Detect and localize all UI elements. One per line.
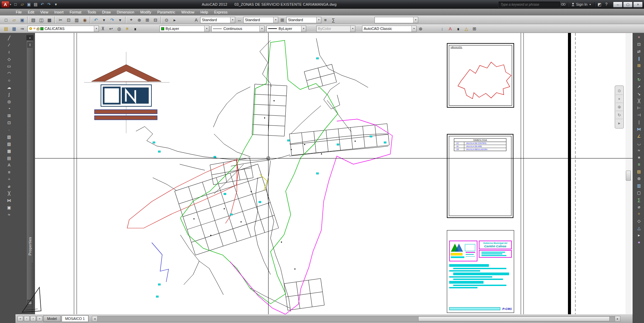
layer-match-icon[interactable]: ⇒ [18,25,26,32]
combo-arrow-icon[interactable]: ▾ [413,17,418,23]
layer-on-bulb-icon[interactable] [29,27,32,30]
menu-dimension[interactable]: Dimension [114,9,137,15]
gradient-icon[interactable]: ▧ [6,140,13,147]
cut-icon[interactable]: ✂ [57,16,65,24]
save-icon[interactable]: ▣ [18,16,26,24]
extend-icon[interactable]: ⊢ [636,104,643,111]
line-icon[interactable]: ╱ [6,34,13,41]
undo-dropdown-icon[interactable]: ▾ [100,16,108,24]
scale-icon[interactable]: ↗ [636,83,643,90]
workspace-combo[interactable]: AutoCAD Classic ▾ [362,26,417,32]
combo-arrow-icon[interactable]: ▾ [204,26,209,32]
chamfer-icon[interactable]: ∠ [636,133,643,140]
multiline-text-icon[interactable]: A [6,162,13,169]
tool-palettes-icon[interactable]: ▥ [636,182,643,189]
linetype-combo[interactable]: Continuous ▾ [211,26,264,32]
zoom-tool-icon[interactable]: ⊕ [616,103,623,111]
properties-toggle-icon[interactable]: ≡ [321,16,329,24]
quickcalc-icon[interactable]: ∑ [636,196,643,203]
add-selected-icon[interactable]: ≡ [6,169,13,176]
qat-dropdown-icon[interactable]: ▾ [52,1,59,8]
menu-format[interactable]: Format [67,9,84,15]
horizontal-scroll-thumb[interactable] [418,316,610,321]
steering-wheel-icon[interactable]: ⊙ [163,16,171,24]
zoom-previous-icon[interactable]: ⊟ [151,16,159,24]
layer-lock-icon[interactable]: ∎ [131,25,139,32]
prev-tab-icon[interactable]: ‹ [24,316,30,321]
render-icon[interactable]: ● [636,239,643,246]
publish-icon[interactable]: ▩ [45,16,53,24]
unnamed-combo[interactable]: ▾ [374,17,418,23]
copy-icon[interactable]: ⊡ [636,41,643,48]
text-style-combo[interactable]: Standard ▾ [200,17,235,23]
minimize-button[interactable]: – [613,2,622,7]
measure2-icon[interactable]: ⌀ [636,203,643,210]
clean-screen-icon[interactable]: ⊞ [470,25,478,32]
qnew-icon[interactable]: □ [2,16,10,24]
fillet-icon[interactable]: ◡ [636,140,643,147]
annotation-sync-icon[interactable]: ↕ [438,25,446,32]
qat-save-icon[interactable]: ▣ [26,1,32,8]
qat-open-icon[interactable]: ▱ [19,1,26,8]
draworder-icon[interactable]: △ [636,224,643,231]
match-properties-icon[interactable]: ◉ [81,16,89,24]
lineweight-combo[interactable]: ByLayer ▾ [266,26,306,32]
markup-icon[interactable]: ▸ [636,231,643,239]
layer-previous-icon[interactable]: ↩ [107,25,115,32]
ellipse-arc-icon[interactable]: ◔ [6,105,13,112]
layer-thaw-sun-icon[interactable]: ✳ [33,27,36,30]
sign-in-button[interactable]: Sign In ▾ [571,2,592,6]
polygon-icon[interactable]: ◇ [6,56,13,63]
redo-dropdown-icon[interactable]: ▾ [116,16,124,24]
layers-palette-icon[interactable]: ▤ [636,168,643,175]
workspace-settings-icon[interactable]: ⊛ [417,25,425,32]
horizontal-scroll-track[interactable] [98,316,615,321]
menu-modify[interactable]: Modify [137,9,154,15]
qat-new-icon[interactable]: □ [12,1,19,8]
menu-express[interactable]: Express [211,9,230,15]
show-motion-icon[interactable]: ▸ [171,16,179,24]
make-block-icon[interactable]: ⊡ [6,119,13,126]
layer-combo[interactable]: ✳ CALICATAS ▾ [28,26,99,32]
array-icon[interactable]: ⊞ [636,62,643,69]
next-tab-icon[interactable]: › [30,316,36,321]
zoom-window-icon[interactable]: ⊞ [143,16,151,24]
erase-icon[interactable]: × [636,34,643,41]
vertical-scroll-thumb[interactable] [626,171,631,181]
circle-icon[interactable]: ○ [6,77,13,84]
scroll-right-button[interactable]: ▸ [615,316,620,321]
showmotion-tool-icon[interactable]: ▸ [616,119,623,127]
break2-icon[interactable]: ∣ [636,118,643,125]
qat-plot-icon[interactable]: ▤ [32,1,39,8]
combo-arrow-icon[interactable]: ▾ [259,26,264,32]
properties-close-button[interactable]: × [29,36,31,40]
table-style-icon[interactable]: ⊞ [278,16,286,24]
tab-model[interactable]: Model [43,315,61,322]
orbit-tool-icon[interactable]: ↻ [616,111,623,119]
measure-icon[interactable]: ⌀ [6,183,13,190]
menu-tools[interactable]: Tools [84,9,99,15]
horizontal-scrollbar[interactable]: ◂ ▸ [92,316,620,322]
zoom-realtime-icon[interactable]: ⊕ [135,16,143,24]
plot-icon[interactable]: ▤ [29,16,37,24]
menu-parametric[interactable]: Parametric [154,9,178,15]
blend-curves-icon[interactable]: ≈ [636,147,643,154]
table-icon[interactable]: ▤ [6,154,13,162]
open-icon[interactable]: ▱ [10,16,18,24]
undo-icon[interactable]: ↶ [92,16,100,24]
region-icon[interactable]: ▦ [6,147,13,154]
insert-block-icon[interactable]: ⊞ [6,112,13,119]
construction-line-icon[interactable]: ∕ [6,41,13,48]
menu-window[interactable]: Window [178,9,198,15]
autocad-app-button[interactable]: A [1,1,9,8]
search-input[interactable] [499,2,560,7]
quickcalc-toolbar-icon[interactable]: ∑ [329,16,337,24]
rectangle-icon[interactable]: ▭ [6,63,13,70]
ellipse-icon[interactable]: ◎ [6,98,13,105]
combo-arrow-icon[interactable]: ▾ [94,26,99,32]
object-color-combo[interactable]: ByLayer ▾ [159,26,209,32]
plot-preview-icon[interactable]: ◫ [37,16,45,24]
spline-icon[interactable]: ∫ [6,91,13,98]
dim-style-icon[interactable]: ↔ [235,16,243,24]
layer-freeze-icon[interactable]: ✳ [123,25,131,32]
